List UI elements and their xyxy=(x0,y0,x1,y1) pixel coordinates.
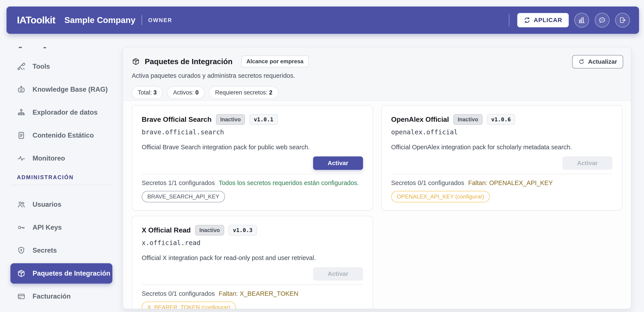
logout-icon xyxy=(619,16,626,24)
sidebar-item-label: Usuarios xyxy=(32,201,62,208)
sidebar-section-administration: ADMINISTRACIÓN xyxy=(17,174,122,180)
card-title-row: X Official Read Inactivo v1.0.3 xyxy=(142,225,363,236)
activate-button[interactable]: Activar xyxy=(313,156,363,170)
refresh-icon xyxy=(578,58,585,65)
secret-pill-configure[interactable]: X_BEARER_TOKEN (configurar) xyxy=(142,302,236,309)
main-panel: Paquetes de Integración Alcance por empr… xyxy=(122,47,632,309)
app-logo: IAToolkit xyxy=(17,14,55,26)
pack-id: openalex.official xyxy=(391,128,612,136)
sidebar-item-knowledge-base[interactable]: Knowledge Base (RAG) xyxy=(10,79,112,100)
secret-pill: BRAVE_SEARCH_API_KEY xyxy=(142,191,225,202)
integration-card-openalex: OpenAlex Official Inactivo v1.0.6 openal… xyxy=(381,105,622,211)
header-divider xyxy=(142,15,142,25)
card-title: OpenAlex Official xyxy=(391,116,449,124)
sidebar: Tools Knowledge Base (RAG) xyxy=(0,34,122,312)
key-icon xyxy=(17,223,26,232)
company-name: Sample Company xyxy=(64,15,136,25)
stats-row: Total: 3 Activos: 0 Requieren secretos: … xyxy=(132,86,623,99)
version-badge: v1.0.1 xyxy=(249,114,278,125)
stat-label: Total: xyxy=(138,89,152,96)
sidebar-item-users[interactable]: Usuarios xyxy=(10,194,112,215)
page-title: Paquetes de Integración xyxy=(145,57,232,66)
pack-description: Official OpenAlex integration pack for s… xyxy=(391,144,612,151)
logout-button[interactable] xyxy=(615,13,630,27)
activate-button-disabled[interactable]: Activar xyxy=(562,156,612,170)
stat-active: Activos: 0 xyxy=(167,86,204,99)
sidebar-item-label: Tools xyxy=(32,63,50,70)
card-divider xyxy=(142,174,363,174)
sidebar-item-billing[interactable]: Facturación xyxy=(10,286,112,307)
sidebar-item-label: Secrets xyxy=(32,247,57,254)
card-divider xyxy=(142,285,363,285)
sidebar-item-label: Facturación xyxy=(32,293,71,300)
activity-icon xyxy=(17,154,26,163)
package-icon xyxy=(17,269,26,278)
users-icon xyxy=(17,200,26,209)
pack-description: Official Brave Search integration pack f… xyxy=(142,144,363,151)
credit-card-icon xyxy=(17,292,26,301)
integration-cards-grid: Brave Official Search Inactivo v1.0.1 br… xyxy=(123,101,631,309)
header-actions-divider xyxy=(509,14,510,26)
secrets-row: Secretos 0/1 configurados Faltan: OPENAL… xyxy=(391,179,612,186)
secrets-row: Secretos 1/1 configurados Todos los secr… xyxy=(142,179,363,186)
card-action-row: Activar xyxy=(142,156,363,170)
secret-pill-row: BRAVE_SEARCH_API_KEY xyxy=(142,191,363,202)
card-title: Brave Official Search xyxy=(142,116,212,124)
data-explorer-icon xyxy=(17,108,26,117)
sidebar-item-monitoring[interactable]: Monitoreo xyxy=(10,148,112,168)
card-title-row: Brave Official Search Inactivo v1.0.1 xyxy=(142,114,363,125)
secret-pill-configure[interactable]: OPENALEX_API_KEY (configurar) xyxy=(391,191,490,202)
header-actions: APLICAR xyxy=(509,13,630,27)
card-title-row: OpenAlex Official Inactivo v1.0.6 xyxy=(391,114,612,125)
sidebar-item-static-content[interactable]: Contenido Estático xyxy=(10,125,112,146)
sync-icon xyxy=(524,17,530,23)
status-badge: Inactivo xyxy=(216,114,245,125)
stat-label: Activos: xyxy=(173,89,194,96)
stat-label: Requieren secretos: xyxy=(215,89,268,96)
secret-pill-row: X_BEARER_TOKEN (configurar) xyxy=(142,302,363,309)
integration-card-brave: Brave Official Search Inactivo v1.0.1 br… xyxy=(132,105,373,211)
sidebar-item-label: Explorador de datos xyxy=(32,109,98,116)
sidebar-item-data-explorer[interactable]: Explorador de datos xyxy=(10,102,112,123)
refresh-button[interactable]: Actualizar xyxy=(572,55,623,68)
secrets-status: Faltan: OPENALEX_API_KEY xyxy=(468,179,553,186)
secrets-status: Todos los secretos requeridos están conf… xyxy=(219,179,359,186)
robot-icon xyxy=(17,85,26,94)
stat-value: 0 xyxy=(195,89,198,96)
pack-description: Official X integration pack for read-onl… xyxy=(142,254,363,262)
sidebar-item-api-keys[interactable]: API Keys xyxy=(10,217,112,238)
status-badge: Inactivo xyxy=(453,114,482,125)
sidebar-item-secrets[interactable]: Secrets xyxy=(10,240,112,261)
refresh-button-label: Actualizar xyxy=(588,58,617,65)
top-header-bar: IAToolkit Sample Company OWNER APLICAR xyxy=(6,6,639,34)
sidebar-item-integration-packs[interactable]: Paquetes de Integración xyxy=(10,263,112,284)
role-badge: OWNER xyxy=(148,17,172,23)
integration-card-x: X Official Read Inactivo v1.0.3 x.offici… xyxy=(132,216,373,309)
secrets-row: Secretos 0/1 configurados Faltan: X_BEAR… xyxy=(142,290,363,297)
stat-value: 2 xyxy=(269,89,272,96)
secret-pill-row: OPENALEX_API_KEY (configurar) xyxy=(391,191,612,202)
page-subtitle: Activa paquetes curados y administra sec… xyxy=(132,72,623,79)
version-badge: v1.0.6 xyxy=(487,114,515,125)
secrets-count: Secretos 0/1 configurados xyxy=(391,179,464,186)
version-badge: v1.0.3 xyxy=(228,225,257,236)
sidebar-admin-nav: Usuarios API Keys Secrets xyxy=(0,185,122,307)
apply-button-label: APLICAR xyxy=(534,17,562,24)
feedback-button[interactable] xyxy=(595,13,610,27)
sidebar-main-nav: Tools Knowledge Base (RAG) xyxy=(0,34,122,168)
stat-require-secrets: Requieren secretos: 2 xyxy=(209,86,278,99)
secrets-count: Secretos 1/1 configurados xyxy=(142,179,215,186)
secrets-status: Faltan: X_BEARER_TOKEN xyxy=(219,290,298,297)
panel-header: Paquetes de Integración Alcance por empr… xyxy=(123,47,631,101)
activate-button-disabled[interactable]: Activar xyxy=(313,267,363,281)
title-row: Paquetes de Integración Alcance por empr… xyxy=(132,55,623,67)
card-title: X Official Read xyxy=(142,226,191,234)
secrets-count: Secretos 0/1 configurados xyxy=(142,290,215,297)
company-switch-button[interactable] xyxy=(574,13,589,27)
sidebar-item-tools[interactable]: Tools xyxy=(10,56,112,77)
apply-button[interactable]: APLICAR xyxy=(517,13,569,27)
chat-bubble-icon xyxy=(598,16,606,24)
document-icon xyxy=(17,131,26,140)
pack-id: brave.official.search xyxy=(142,128,363,136)
tools-icon xyxy=(17,62,26,71)
